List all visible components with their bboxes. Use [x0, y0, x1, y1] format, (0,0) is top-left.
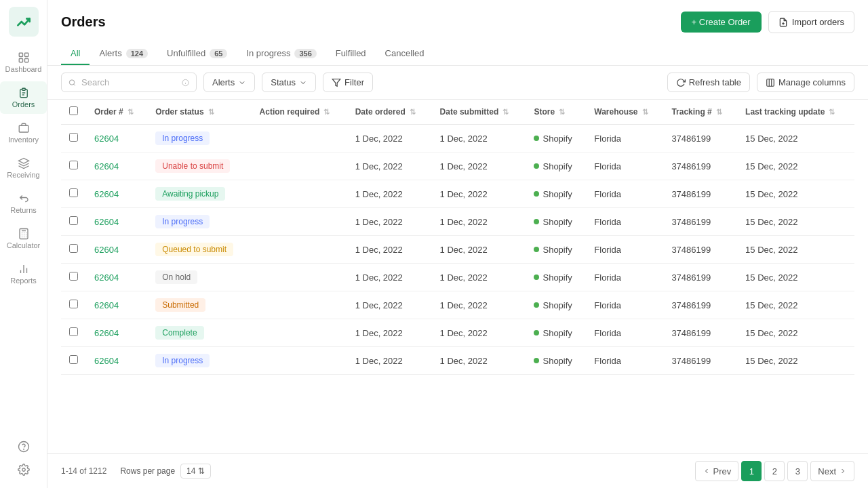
status-badge-3: In progress [155, 215, 210, 228]
row-checkbox-5[interactable] [69, 272, 78, 281]
row-action [252, 152, 347, 180]
tab-alerts[interactable]: Alerts 124 [90, 43, 157, 65]
sidebar-item-receiving[interactable]: Receiving [0, 152, 47, 184]
order-link-4[interactable]: 62604 [94, 245, 119, 255]
order-link-1[interactable]: 62604 [94, 161, 119, 171]
sidebar-item-settings[interactable] [14, 458, 34, 481]
row-checkbox-8[interactable] [69, 355, 78, 364]
tab-in-progress[interactable]: In progress 356 [237, 43, 326, 65]
store-name-2: Shopify [542, 189, 572, 199]
col-action-required[interactable]: Action required ⇅ [252, 100, 347, 125]
search-box[interactable] [61, 73, 197, 92]
row-checkbox-4[interactable] [69, 244, 78, 253]
rows-select[interactable]: 14 ⇅ [180, 464, 211, 479]
tab-unfulfilled[interactable]: Unfulfilled 65 [157, 43, 237, 65]
rows-info: 1-14 of 1212 [61, 466, 106, 476]
order-link-7[interactable]: 62604 [94, 328, 119, 338]
order-link-0[interactable]: 62604 [94, 134, 119, 144]
sidebar-item-reports[interactable]: Reports [0, 258, 47, 290]
row-store: Shopify [526, 347, 586, 375]
sidebar-label-receiving: Receiving [7, 171, 39, 179]
import-orders-button[interactable]: Import orders [768, 11, 854, 33]
tab-fulfilled[interactable]: Fulfilled [326, 43, 376, 65]
row-date-ordered: 1 Dec, 2022 [347, 208, 432, 236]
sidebar: Dashboard Orders Inventory Receiving Re [0, 0, 47, 488]
sidebar-item-help[interactable] [14, 435, 34, 458]
row-last-tracking: 15 Dec, 2022 [737, 319, 854, 347]
reports-icon [18, 263, 30, 275]
manage-columns-button[interactable]: Manage columns [757, 73, 854, 92]
row-checkbox-6[interactable] [69, 300, 78, 308]
row-order-num: 62604 [86, 208, 147, 236]
row-checkbox-3[interactable] [69, 216, 78, 225]
refresh-table-button[interactable]: Refresh table [667, 73, 750, 92]
order-link-5[interactable]: 62604 [94, 272, 119, 283]
svg-point-26 [69, 79, 74, 84]
row-tracking: 37486199 [663, 125, 737, 152]
order-link-8[interactable]: 62604 [94, 356, 119, 366]
col-warehouse[interactable]: Warehouse ⇅ [586, 100, 663, 125]
table-row: 62604 Awaiting pickup 1 Dec, 2022 1 Dec,… [61, 180, 854, 208]
sidebar-item-orders[interactable]: Orders [0, 81, 47, 114]
page-2-button[interactable]: 2 [764, 461, 785, 481]
sidebar-item-returns[interactable]: Returns [0, 187, 47, 220]
row-checkbox-2[interactable] [69, 188, 78, 197]
row-store: Shopify [526, 291, 586, 319]
row-tracking: 37486199 [663, 291, 737, 319]
sort-status-icon: ⇅ [208, 108, 214, 117]
search-input[interactable] [81, 77, 176, 87]
row-date-ordered: 1 Dec, 2022 [347, 319, 432, 347]
row-checkbox-0[interactable] [69, 133, 78, 142]
col-store[interactable]: Store ⇅ [526, 100, 586, 125]
orders-table: Order # ⇅ Order status ⇅ Action required [61, 100, 854, 375]
tab-all[interactable]: All [61, 43, 90, 65]
create-order-button[interactable]: + Create Order [681, 12, 762, 33]
chevron-right-icon [839, 467, 847, 475]
col-last-tracking[interactable]: Last tracking update ⇅ [737, 100, 854, 125]
store-dot-6 [534, 302, 539, 308]
status-chevron-icon [299, 79, 307, 87]
sort-date-ordered-icon: ⇅ [410, 108, 416, 117]
tab-cancelled[interactable]: Cancelled [376, 43, 434, 65]
order-link-2[interactable]: 62604 [94, 189, 119, 199]
store-name-5: Shopify [542, 272, 572, 283]
prev-page-button[interactable]: Prev [695, 461, 739, 481]
next-page-button[interactable]: Next [810, 461, 854, 481]
store-dot-2 [534, 191, 539, 197]
col-tracking[interactable]: Tracking # ⇅ [663, 100, 737, 125]
row-action [252, 291, 347, 319]
col-order-num[interactable]: Order # ⇅ [86, 100, 147, 125]
row-status: Complete [147, 319, 251, 347]
row-date-ordered: 1 Dec, 2022 [347, 347, 432, 375]
filter-button[interactable]: Filter [323, 73, 373, 92]
page-3-button[interactable]: 3 [787, 461, 808, 481]
order-link-3[interactable]: 62604 [94, 217, 119, 227]
sort-date-submitted-icon: ⇅ [502, 108, 509, 117]
tab-cancelled-label: Cancelled [385, 48, 425, 58]
row-checkbox-1[interactable] [69, 161, 78, 169]
select-all-col [61, 100, 86, 125]
row-warehouse: Florida [586, 125, 663, 152]
select-all-checkbox[interactable] [69, 106, 78, 115]
sidebar-item-dashboard[interactable]: Dashboard [0, 46, 47, 79]
row-date-submitted: 1 Dec, 2022 [432, 180, 526, 208]
col-date-ordered[interactable]: Date ordered ⇅ [347, 100, 432, 125]
row-checkbox-7[interactable] [69, 327, 78, 336]
table-row: 62604 In progress 1 Dec, 2022 1 Dec, 202… [61, 125, 854, 152]
row-warehouse: Florida [586, 264, 663, 291]
store-dot-7 [534, 330, 539, 336]
sidebar-item-inventory[interactable]: Inventory [0, 117, 47, 149]
status-filter-button[interactable]: Status [262, 73, 316, 92]
sidebar-item-calculator[interactable]: Calculator [0, 222, 47, 255]
table-row: 62604 In progress 1 Dec, 2022 1 Dec, 202… [61, 208, 854, 236]
inventory-icon [18, 122, 30, 134]
columns-icon [766, 78, 775, 87]
sort-tracking-icon: ⇅ [716, 108, 722, 117]
order-link-6[interactable]: 62604 [94, 300, 119, 310]
col-order-status[interactable]: Order status ⇅ [147, 100, 251, 125]
alerts-filter-button[interactable]: Alerts [203, 73, 255, 92]
row-store: Shopify [526, 264, 586, 291]
prev-label: Prev [713, 466, 732, 476]
col-date-submitted[interactable]: Date submitted ⇅ [432, 100, 526, 125]
page-1-button[interactable]: 1 [741, 461, 762, 481]
